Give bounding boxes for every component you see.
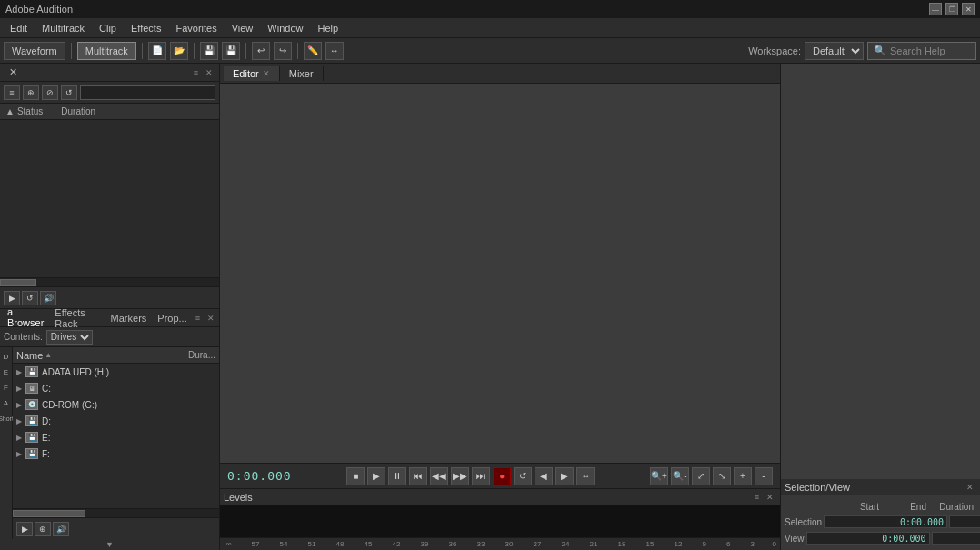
play-button[interactable]: ▶ [367,467,385,485]
move-tool-icon[interactable]: ↔ [325,42,344,60]
selection-view-tab[interactable]: Selection/View [785,482,850,493]
file-row-cdrom[interactable]: ▶ 💿 CD-ROM (G:) [13,396,219,413]
menu-multitrack[interactable]: Multitrack [35,21,91,35]
go-to-end-button[interactable]: ⏭ [472,467,490,485]
menu-effects[interactable]: Effects [125,21,167,35]
zoom-out-time[interactable]: - [755,467,773,485]
zoom-full-button[interactable]: ⤢ [692,467,710,485]
pen-tool-icon[interactable]: ✏️ [304,42,322,60]
close-button[interactable]: ✕ [962,3,975,15]
file-scrollbar[interactable] [13,508,219,517]
go-to-start-button[interactable]: ⏮ [409,467,427,485]
left-bottom-collapse-arrow[interactable]: ▼ [0,539,219,550]
file-row-f[interactable]: ▶ 💾 F: [13,445,219,462]
open-file-icon[interactable]: 📂 [170,42,188,60]
restore-button[interactable]: ❐ [945,3,958,15]
stop-button[interactable]: ■ [346,467,365,485]
menu-view[interactable]: View [225,21,260,35]
name-col-header: Name [16,350,43,361]
sv-view-start[interactable] [806,532,930,545]
transport-bar: 0:00.000 ■ ▶ ⏸ ⏮ ◀◀ ▶▶ ⏭ ● ↺ ◀ ▶ ↔ 🔍+ 🔍-… [220,463,780,488]
sv-selection-end[interactable] [949,515,980,528]
waveform-button[interactable]: Waveform [4,42,65,60]
selection-view-table: Start End Duration Selection View [781,495,980,550]
sv-view-end[interactable] [932,532,981,545]
loop-button[interactable]: ↺ [514,467,532,485]
file-row-adata[interactable]: ▶ 💾 ADATA UFD (H:) [13,364,219,380]
skip-right-button[interactable]: ▶ [555,467,574,485]
toolbar-small-btn-3[interactable]: ⊘ [42,85,58,100]
expand-arrow-d: ▶ [16,417,22,425]
zoom-in-button[interactable]: 🔍+ [650,467,668,485]
file-row-e[interactable]: ▶ 💾 E: [13,429,219,445]
menu-window[interactable]: Window [261,21,309,35]
sv-view-row: View [785,530,976,546]
zoom-out-button[interactable]: 🔍- [671,467,689,485]
file-row-d[interactable]: ▶ 💾 D: [13,413,219,429]
minimize-button[interactable]: — [929,3,942,15]
tab-mixer[interactable]: Mixer [280,66,324,81]
file-row-c[interactable]: ▶ 🖥 C: [13,380,219,396]
side-drive-d[interactable]: D [0,349,12,364]
record-button[interactable]: ● [493,467,511,485]
browser-import-btn[interactable]: ⊕ [35,522,51,536]
new-file-icon[interactable]: 📄 [148,42,166,60]
tab-editor-label: Editor [233,68,259,79]
panel-close-icon[interactable]: ✕ [203,68,215,77]
right-top-area [781,64,980,479]
tab-editor-close-icon[interactable]: ✕ [263,69,270,78]
fast-forward-button[interactable]: ▶▶ [451,467,469,485]
sv-selection-start[interactable] [824,515,947,528]
toolbar-small-btn-1[interactable]: ≡ [4,85,20,100]
tab-editor[interactable]: Editor ✕ [224,66,280,81]
time-display: 0:00.000 [227,469,292,483]
levels-tab-label[interactable]: Levels [224,492,253,503]
file-scroll-thumb[interactable] [13,510,85,517]
skip-left-button[interactable]: ◀ [535,467,553,485]
levels-close-icon[interactable]: ✕ [764,493,776,502]
side-drive-short[interactable]: Short [0,411,12,425]
menu-favorites[interactable]: Favorites [169,21,223,35]
tab-x[interactable]: ✕ [4,65,23,80]
left-bottom-controls2: ▶ ⊕ 🔊 [13,517,219,539]
search-icon: 🔍 [874,45,886,56]
play-btn[interactable]: ▶ [4,291,20,305]
toolbar-small-btn-4[interactable]: ↺ [61,85,77,100]
save-icon[interactable]: 💾 [200,42,218,60]
menu-clip[interactable]: Clip [93,21,123,35]
browser-panel-menu-icon[interactable]: ≡ [193,314,203,323]
zoom-sel-button[interactable]: ⤡ [713,467,731,485]
drive-name-d: D: [42,416,51,426]
panel-menu-icon[interactable]: ≡ [191,68,201,77]
browser-play-btn[interactable]: ▶ [16,522,33,536]
toolbar-small-btn-2[interactable]: ⊕ [23,85,39,100]
sel-view-close-icon[interactable]: ✕ [964,483,976,492]
file-tree: ▶ 💾 ADATA UFD (H:) ▶ 🖥 C: ▶ 💿 CD- [13,364,219,508]
loop-btn[interactable]: ↺ [22,291,38,305]
tab-prop[interactable]: Prop... [152,311,192,325]
undo-icon[interactable]: ↩ [252,42,270,60]
levels-menu-icon[interactable]: ≡ [752,493,762,502]
side-drive-e[interactable]: E [0,365,12,379]
workspace-select[interactable]: Default [805,42,864,60]
zoom-in-time[interactable]: + [734,467,752,485]
save-all-icon[interactable]: 💾 [222,42,240,60]
menu-help[interactable]: Help [311,21,345,35]
side-drive-f[interactable]: F [0,380,12,395]
scrollbar-horizontal-top[interactable] [0,277,219,286]
left-top-search[interactable] [80,85,215,100]
redo-icon[interactable]: ↪ [274,42,292,60]
crossfade-button[interactable]: ↔ [576,467,595,485]
search-help-field[interactable]: 🔍 Search Help [867,42,976,60]
menu-edit[interactable]: Edit [4,21,34,35]
rewind-button[interactable]: ◀◀ [430,467,448,485]
speaker-btn[interactable]: 🔊 [40,291,56,305]
side-drive-a[interactable]: A [0,395,12,410]
tab-markers[interactable]: Markers [105,311,153,325]
multitrack-button[interactable]: Multitrack [77,42,136,60]
pause-button[interactable]: ⏸ [388,467,406,485]
title-bar-controls: — ❐ ✕ [929,3,975,15]
contents-select[interactable]: Drives [46,330,93,345]
browser-panel-close-icon[interactable]: ✕ [205,314,217,323]
browser-speaker-btn[interactable]: 🔊 [53,522,69,536]
